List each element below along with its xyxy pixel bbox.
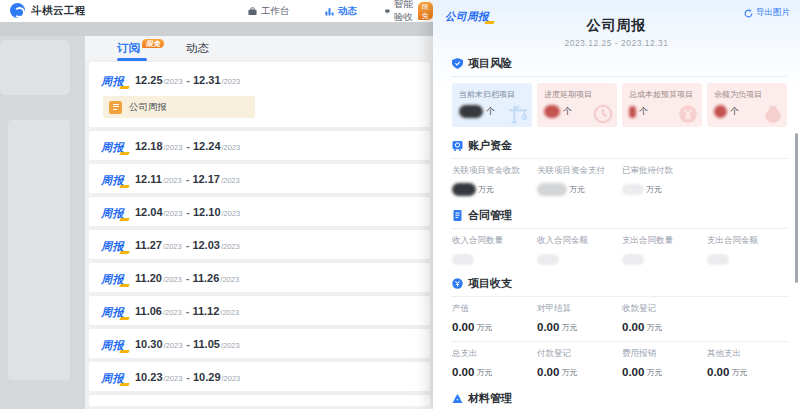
stat-funds-received: 关联项目资金收款 万元 <box>452 165 537 196</box>
tab-subscribe[interactable]: 订阅 限免 <box>117 41 164 56</box>
stat-receipt-register: 收款登记 0.00万元 <box>622 303 707 334</box>
feed-tabs: 订阅 限免 动态 <box>85 36 433 60</box>
redacted-value <box>707 254 729 265</box>
dim-overlay-band <box>0 22 433 36</box>
safe-icon <box>452 140 463 151</box>
section-account-funds: 账户资金 关联项目资金收款 万元 关联项目资金支付 万元 已审批待付款 万元 <box>452 138 788 196</box>
report-list: 周报 12.25/2023-12.31/2023 公司周报 周报 12.18/2… <box>85 60 433 406</box>
redacted-value <box>622 254 644 265</box>
risk-card-delayed: 进度延期项目 个 <box>537 83 617 127</box>
shield-icon <box>452 58 463 69</box>
nav-label: 工作台 <box>261 5 290 18</box>
activity-chart-icon <box>325 7 334 16</box>
report-date-range: 12.25/2023-12.31/2023 <box>135 74 241 86</box>
coin-icon <box>452 278 463 289</box>
weekly-report-tag: 周报 <box>101 302 127 320</box>
weekly-report-tag: 周报 <box>101 71 127 89</box>
dotted-divider <box>452 76 788 77</box>
briefcase-icon <box>248 7 257 16</box>
report-date-range: 10.23/2023-10.29/2023 <box>135 371 241 383</box>
redacted-value <box>544 105 560 118</box>
weekly-report-tag: 周报 <box>101 137 127 155</box>
section-title: 项目风险 <box>468 56 512 71</box>
stat-owner-settlement: 对甲结算 0.00万元 <box>537 303 622 334</box>
export-icon <box>744 9 753 18</box>
tab-feed[interactable]: 动态 <box>186 41 209 56</box>
export-label: 导出图片 <box>756 7 790 19</box>
report-list-item[interactable]: 周报 11.06/2023-11.12/2023 <box>89 296 430 325</box>
report-list-item[interactable]: 周报 10.23/2023-10.29/2023 <box>89 362 430 391</box>
report-list-item[interactable]: 周报 11.27/2023-12.03/2023 <box>89 230 430 259</box>
redacted-value <box>714 105 727 118</box>
redacted-value <box>622 184 644 195</box>
stat-payment-register: 付款登记 0.00万元 <box>537 348 622 379</box>
nav-item-workbench[interactable]: 工作台 <box>248 0 290 22</box>
weekly-report-tag: 周报 <box>101 170 127 188</box>
report-list-item[interactable]: 周报 12.25/2023-12.31/2023 公司周报 <box>89 62 430 127</box>
section-contract-management: 合同管理 收入合同数量 收入合同金额 支出合同数量 <box>452 208 788 266</box>
stat-income-contract-count: 收入合同数量 <box>452 235 537 266</box>
active-tab-underline <box>117 58 147 61</box>
stat-approved-pending: 已审批待付款 万元 <box>622 165 707 196</box>
feed-panel: 订阅 限免 动态 周报 12.25/2023-12.31/2023 公司周报 <box>85 36 433 409</box>
report-date-subtitle: 2023.12.25 - 2023.12.31 <box>433 38 800 48</box>
report-list-item[interactable]: 周报 12.11/2023-12.17/2023 <box>89 164 430 193</box>
report-list-item[interactable]: 周报 10.30/2023-11.05/2023 <box>89 329 430 358</box>
redacted-value <box>537 183 567 196</box>
redacted-value <box>452 183 476 196</box>
report-list-item[interactable]: 周报 12.18/2023-12.24/2023 <box>89 131 430 160</box>
section-title: 材料管理 <box>468 391 512 406</box>
report-list-item[interactable]: 周报 11.20/2023-11.26/2023 <box>89 263 430 292</box>
redacted-value <box>629 106 636 118</box>
monitor-icon <box>385 7 390 16</box>
background-ghost-shape <box>0 40 70 95</box>
nav-label: 动态 <box>338 5 357 18</box>
drawer-report-tag: 公司周报 <box>445 6 492 24</box>
weekly-report-tag: 周报 <box>101 269 127 287</box>
risk-card-over-budget: 总成本超预算项目 个 <box>622 83 702 127</box>
drawer-scrollbar-thumb[interactable] <box>795 133 798 283</box>
weekly-report-tag: 周报 <box>101 203 127 221</box>
top-nav: 工作台 动态 智能验收 限免 <box>0 0 433 22</box>
material-pile-icon <box>452 393 463 404</box>
company-report-link[interactable]: 公司周报 <box>103 96 255 118</box>
limited-free-badge: 限免 <box>418 2 433 20</box>
weekly-report-drawer: 公司周报 导出图片 公司周报 2023.12.25 - 2023.12.31 项… <box>433 0 800 409</box>
stat-expense-reimburse: 费用报销 0.00万元 <box>622 348 707 379</box>
app-root: 斗栱云工程 工作台 动态 智能验收 限免 订阅 限免 <box>0 0 800 409</box>
tab-label: 订阅 <box>117 41 140 56</box>
risk-card-negative-balance: 余额为负项目 个 <box>707 83 787 127</box>
report-date-range: 12.04/2023-12.10/2023 <box>135 206 241 218</box>
dotted-divider <box>452 158 788 159</box>
risk-card-unarchived: 当前未归档项目 个 <box>452 83 532 127</box>
stat-income-contract-amount: 收入合同金额 <box>537 235 622 266</box>
dotted-divider <box>452 296 788 297</box>
report-list-item-partial[interactable] <box>89 395 430 406</box>
stat-expense-contract-amount: 支出合同金额 <box>707 235 792 266</box>
report-list-item[interactable]: 周报 12.04/2023-12.10/2023 <box>89 197 430 226</box>
stat-output-value: 产值 0.00万元 <box>452 303 537 334</box>
nav-label: 智能验收 <box>394 0 414 24</box>
section-title: 合同管理 <box>468 208 512 223</box>
weekly-report-tag: 周报 <box>101 236 127 254</box>
redacted-value <box>537 254 559 265</box>
nav-item-smart-acceptance[interactable]: 智能验收 限免 <box>385 0 433 22</box>
report-date-range: 11.06/2023-11.12/2023 <box>135 305 240 317</box>
weekly-report-tag: 周报 <box>101 335 127 353</box>
section-title: 项目收支 <box>468 276 512 291</box>
report-date-range: 11.27/2023-12.03/2023 <box>135 239 241 251</box>
section-project-balance: 项目收支 产值 0.00万元 对甲结算 0.00万元 收款登记 0.00万元 <box>452 276 788 379</box>
contract-icon <box>452 210 463 221</box>
redacted-value <box>459 105 483 118</box>
background-ghost-shape <box>8 120 70 380</box>
weekly-report-tag: 周报 <box>101 368 127 386</box>
stat-expense-contract-count: 支出合同数量 <box>622 235 707 266</box>
section-material-management: 材料管理 采购订单数量 0个 采购订单金额 0.00万元 入库单金额 0.00万… <box>452 391 788 409</box>
report-date-range: 12.18/2023-12.24/2023 <box>135 140 241 152</box>
report-date-range: 12.11/2023-12.17/2023 <box>135 173 241 185</box>
export-image-button[interactable]: 导出图片 <box>744 7 790 19</box>
report-date-range: 10.30/2023-11.05/2023 <box>135 338 241 350</box>
report-sections: 项目风险 当前未归档项目 个 进度延期项目 个 总成本超预算项目 <box>433 48 800 409</box>
nav-item-feed[interactable]: 动态 <box>325 0 357 22</box>
stat-total-expense: 总支出 0.00万元 <box>452 348 537 379</box>
